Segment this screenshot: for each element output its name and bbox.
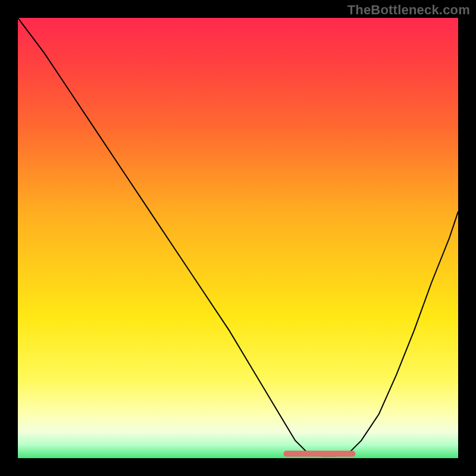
bottleneck-curve-line xyxy=(18,18,458,456)
chart-svg xyxy=(18,18,458,458)
chart-frame: TheBottleneck.com xyxy=(0,0,476,476)
watermark-text: TheBottleneck.com xyxy=(347,2,470,18)
chart-plot-area xyxy=(18,18,458,458)
